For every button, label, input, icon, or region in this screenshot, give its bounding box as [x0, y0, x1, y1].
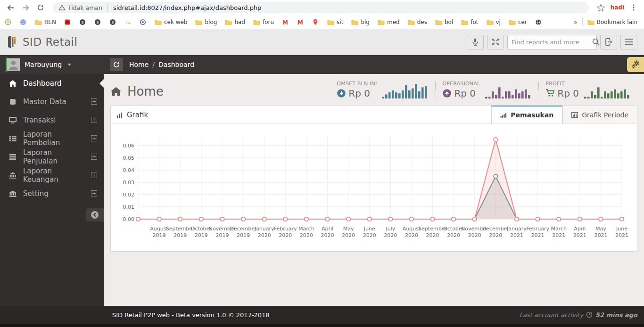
svg-text:2020: 2020: [300, 232, 313, 238]
tab-label: Pemasukan: [511, 111, 553, 119]
globe-icon: [535, 19, 542, 25]
voice-search-button[interactable]: [467, 35, 484, 49]
svg-text:st: st: [126, 20, 129, 24]
tab-grafik-periode[interactable]: Grafik Periode: [562, 106, 637, 123]
bookmark-folder[interactable]: cek web: [155, 19, 188, 25]
bookmark-folder[interactable]: bol: [435, 19, 453, 25]
sidebar-item-dashboard[interactable]: Dashboard: [0, 74, 104, 92]
svg-text:2019: 2019: [215, 232, 229, 238]
address-bar[interactable]: Tidak aman sidretail.id:8027/index.php#a…: [53, 2, 589, 13]
sidebar-item-label: Laporan Penjualan: [23, 148, 85, 165]
refresh-button[interactable]: [110, 58, 123, 71]
bookmark-star-icon[interactable]: [595, 2, 607, 13]
bookmark-item[interactable]: [64, 19, 71, 25]
active-arrow-icon: [99, 79, 104, 88]
bookmark-folder[interactable]: sit: [327, 19, 343, 25]
bookmark-folder[interactable]: blog: [195, 19, 217, 25]
folder-icon: [587, 19, 594, 25]
bookmark-item[interactable]: S: [79, 19, 86, 25]
app-logo[interactable]: SID Retail: [7, 35, 77, 49]
user-panel[interactable]: Marbuyung: [0, 55, 104, 74]
folder-icon: [351, 19, 358, 25]
sidebar-item-master-data[interactable]: Master Data: [0, 92, 104, 111]
reports-search: [507, 35, 597, 49]
forward-icon[interactable]: [20, 2, 31, 13]
clock-icon: [586, 311, 593, 318]
bookmark-item[interactable]: [312, 19, 319, 25]
bookmark-folder[interactable]: foru: [253, 19, 274, 25]
sidebar-item-laporan-pembelian[interactable]: Laporan Pembelian: [0, 129, 104, 147]
folder-icon: [435, 19, 442, 25]
signout-button[interactable]: [600, 35, 617, 49]
browser-profile-name[interactable]: hadi: [611, 4, 624, 11]
folder-icon: [327, 19, 334, 25]
svg-text:0.01: 0.01: [123, 204, 135, 210]
bookmark-other-folder[interactable]: Bookmark lain: [587, 19, 637, 25]
bookmark-folder[interactable]: had: [225, 19, 245, 25]
sidebar-item-setting[interactable]: Setting: [0, 184, 104, 203]
sidebar-collapse-button[interactable]: [86, 208, 104, 221]
dark-circle-icon: S: [109, 19, 116, 25]
svg-text:2021: 2021: [573, 232, 586, 238]
bookmark-item[interactable]: [20, 19, 27, 25]
bookmark-folder[interactable]: cer: [509, 19, 527, 25]
footer-copyright: SID Retail P2P web - Beta version 1.0 © …: [112, 311, 270, 319]
table-icon: [8, 135, 17, 142]
back-icon[interactable]: [5, 2, 16, 13]
sidebar-item-transaksi[interactable]: Transaksi: [0, 111, 104, 129]
svg-text:2020: 2020: [279, 232, 292, 238]
sidebar-menu: DashboardMaster DataTransaksiLaporan Pem…: [0, 74, 104, 203]
bookmark-folder[interactable]: des: [408, 19, 427, 25]
sidebar-item-laporan-penjualan[interactable]: Laporan Penjualan: [0, 147, 104, 166]
bookmark-folder[interactable]: fot: [461, 19, 478, 25]
bookmark-label: Bookmark lain: [597, 19, 637, 25]
search-input[interactable]: [512, 39, 592, 46]
bookmark-item[interactable]: st: [124, 19, 132, 25]
monitor-icon: [8, 116, 17, 124]
bookmarks-overflow-icon[interactable]: »: [573, 18, 578, 26]
breadcrumb-separator: /: [152, 61, 155, 68]
settings-flyout-button[interactable]: [627, 57, 644, 72]
breadcrumb-home[interactable]: Home: [129, 61, 149, 68]
folder-icon: [378, 19, 385, 25]
reload-icon[interactable]: [35, 2, 46, 13]
expand-icon: [91, 135, 97, 141]
omnibox-divider: [107, 4, 108, 11]
bar-chart-box-icon: [571, 112, 578, 118]
st-icon: st: [124, 19, 132, 25]
bookmark-item[interactable]: M: [297, 19, 304, 25]
bookmark-folder[interactable]: vj: [487, 19, 501, 25]
svg-text:2019: 2019: [237, 232, 250, 238]
search-icon[interactable]: [592, 38, 600, 46]
bookmark-folder[interactable]: blg: [351, 19, 370, 25]
stat-value: Rp 0: [454, 88, 476, 99]
bookmark-item[interactable]: [140, 19, 147, 25]
bookmark-folder[interactable]: REN: [35, 19, 56, 25]
svg-text:2020: 2020: [489, 232, 502, 238]
expand-icon: [91, 172, 97, 178]
bookmark-item[interactable]: [535, 19, 542, 25]
bookmark-label: fot: [471, 19, 478, 25]
stat-sparkline: [584, 82, 631, 98]
bookmarks-bar: RENSSSstcek webbloghadforuMMsitblgmeddes…: [0, 15, 644, 29]
tab-pemasukan[interactable]: Pemasukan: [491, 106, 562, 123]
bookmark-item[interactable]: S: [94, 19, 101, 25]
security-warning[interactable]: Tidak aman: [58, 4, 102, 11]
menu-toggle-button[interactable]: [620, 35, 637, 49]
bookmark-item[interactable]: S: [109, 19, 116, 25]
folder-icon: [253, 19, 260, 25]
fullscreen-button[interactable]: [487, 35, 504, 49]
folder-icon: [509, 19, 516, 25]
browser-menu-icon[interactable]: [628, 2, 639, 13]
svg-text:S: S: [81, 20, 83, 25]
bookmark-item[interactable]: [5, 19, 12, 25]
microphone-icon: [471, 37, 480, 47]
sidebar-item-laporan-keuangan[interactable]: Laporan Keuangan: [0, 166, 104, 184]
dark-circle-icon: S: [94, 19, 101, 25]
svg-text:December: December: [230, 226, 257, 232]
bookmark-item[interactable]: M: [282, 19, 289, 25]
gears-icon: [630, 59, 641, 70]
user-name: Marbuyung: [25, 61, 62, 68]
bookmark-folder[interactable]: med: [378, 19, 400, 25]
svg-text:2020: 2020: [447, 232, 460, 238]
